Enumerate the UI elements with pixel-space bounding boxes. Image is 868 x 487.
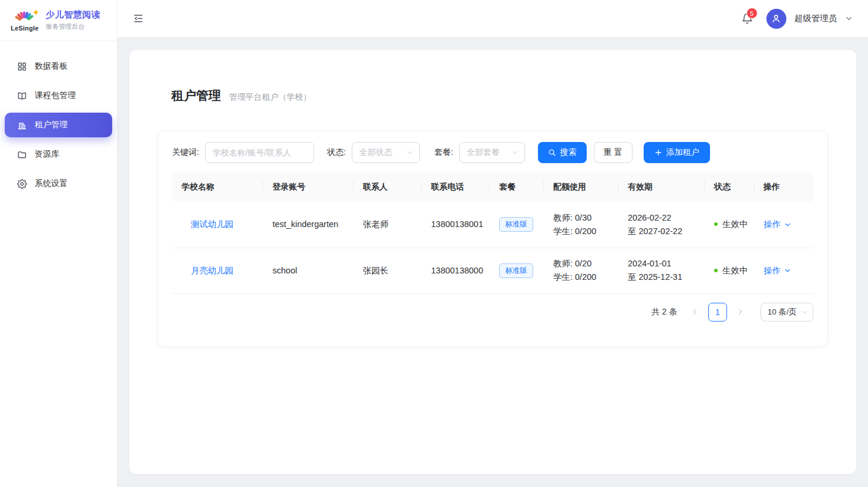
action-label: 操作 <box>763 264 780 278</box>
action-label: 操作 <box>763 218 780 231</box>
add-tenant-button[interactable]: 添加租户 <box>644 142 710 163</box>
plan-badge: 标准版 <box>499 217 533 232</box>
chevron-down-icon <box>512 149 519 156</box>
user-name[interactable]: 超级管理员 <box>795 13 837 24</box>
valid-from: 2024-01-01 <box>628 257 700 270</box>
sidebar-item-tenants[interactable]: 租户管理 <box>5 113 112 137</box>
brand-block: LeSingle 少儿智慧阅读 服务管理后台 <box>0 0 117 41</box>
table-row: 月亮幼儿园 school 张园长 13800138000 标准版 教师: 0/2… <box>172 248 813 293</box>
sidebar-item-label: 课程包管理 <box>35 90 76 101</box>
col-contact: 联系人 <box>354 173 422 202</box>
logo-fan-icon <box>9 9 40 25</box>
validity-cell: 2026-02-22 至 2027-02-22 <box>618 202 705 248</box>
add-tenant-button-label: 添加租户 <box>667 147 699 158</box>
page-size-select[interactable]: 10 条/页 <box>761 303 813 322</box>
dashboard-icon <box>17 62 27 72</box>
row-actions-dropdown[interactable]: 操作 <box>763 218 791 231</box>
col-account: 登录账号 <box>263 173 354 202</box>
pagination-total: 共 2 条 <box>651 307 677 317</box>
sidebar-item-label: 租户管理 <box>35 120 68 130</box>
notification-badge: 5 <box>746 8 758 19</box>
search-button-label: 搜索 <box>560 147 577 158</box>
tenant-panel: 关键词: 状态: 全部状态 套餐: 全部套餐 <box>157 131 828 347</box>
col-phone: 联系电话 <box>422 173 490 202</box>
next-page-button[interactable] <box>735 308 745 316</box>
page-size-value: 10 条/页 <box>768 307 797 317</box>
table-header-row: 学校名称 登录账号 联系人 联系电话 套餐 配额使用 有效期 状态 操作 <box>172 173 813 202</box>
page-title: 租户管理 <box>171 87 221 104</box>
valid-from: 2026-02-22 <box>628 211 700 225</box>
tenant-table: 学校名称 登录账号 联系人 联系电话 套餐 配额使用 有效期 状态 操作 <box>172 173 813 294</box>
status-badge: 生效中 <box>722 266 748 275</box>
menu-fold-icon <box>133 13 144 24</box>
col-plan: 套餐 <box>490 173 544 202</box>
gear-icon <box>17 179 27 189</box>
chevron-down-icon <box>406 149 413 156</box>
phone-cell: 13800138000 <box>422 248 490 293</box>
avatar[interactable] <box>766 9 786 29</box>
school-link[interactable]: 月亮幼儿园 <box>191 266 234 275</box>
sidebar-item-label: 系统设置 <box>35 178 68 189</box>
sidebar-item-course-packages[interactable]: 课程包管理 <box>5 83 112 108</box>
quota-student: 学生: 0/200 <box>553 225 614 238</box>
school-link[interactable]: 测试幼儿园 <box>191 219 234 229</box>
sidebar: LeSingle 少儿智慧阅读 服务管理后台 数据看板 课程包管理 <box>0 0 117 487</box>
account-cell: test_kindergarten <box>263 202 354 248</box>
col-validity: 有效期 <box>618 173 705 202</box>
quota-teacher: 教师: 0/20 <box>553 257 614 270</box>
keyword-label: 关键词: <box>172 147 199 158</box>
status-cell: 生效中 <box>705 248 754 293</box>
sidebar-collapse-button[interactable] <box>133 13 144 24</box>
quota-student: 学生: 0/200 <box>553 270 614 284</box>
chevron-down-icon <box>801 309 808 316</box>
building-icon <box>17 120 27 130</box>
plan-select-value: 全部套餐 <box>467 147 500 158</box>
content-area: 租户管理 管理平台租户（学校） 关键词: 状态: 全部状态 套餐: <box>117 38 868 486</box>
plan-badge: 标准版 <box>499 263 533 278</box>
search-button[interactable]: 搜索 <box>538 142 587 163</box>
sidebar-item-settings[interactable]: 系统设置 <box>5 171 112 196</box>
sidebar-item-dashboard[interactable]: 数据看板 <box>5 54 112 79</box>
status-dot <box>714 222 718 226</box>
plan-label: 套餐: <box>435 147 453 158</box>
valid-to: 至 2025-12-31 <box>628 270 700 284</box>
contact-cell: 张园长 <box>354 248 422 293</box>
plus-icon <box>654 148 662 157</box>
page-subtitle: 管理平台租户（学校） <box>229 92 311 103</box>
quota-teacher: 教师: 0/30 <box>553 211 614 225</box>
chevron-down-icon <box>784 267 791 274</box>
brand-subtitle: 服务管理后台 <box>46 22 100 31</box>
status-dot <box>714 269 718 272</box>
quota-cell: 教师: 0/20 学生: 0/200 <box>544 248 618 293</box>
sidebar-item-label: 资源库 <box>35 149 59 160</box>
keyword-input[interactable] <box>205 142 314 163</box>
chevron-right-icon <box>736 308 744 316</box>
chevron-down-icon <box>784 221 791 228</box>
page-number-button[interactable]: 1 <box>708 303 727 322</box>
col-action: 操作 <box>754 173 813 202</box>
notifications-button[interactable]: 5 <box>741 12 753 25</box>
lesingle-logo: LeSingle <box>9 9 40 32</box>
reset-button-label: 重 置 <box>604 147 623 158</box>
status-select-value: 全部状态 <box>359 147 392 158</box>
chevron-down-icon[interactable] <box>845 15 853 22</box>
status-select[interactable]: 全部状态 <box>352 142 420 163</box>
top-header: 5 超级管理员 <box>117 0 868 38</box>
filter-bar: 关键词: 状态: 全部状态 套餐: 全部套餐 <box>172 142 813 163</box>
table-row: 测试幼儿园 test_kindergarten 张老师 13800138001 … <box>172 202 813 248</box>
tenant-management-card: 租户管理 管理平台租户（学校） 关键词: 状态: 全部状态 套餐: <box>129 50 856 474</box>
account-cell: school <box>263 248 354 293</box>
valid-to: 至 2027-02-22 <box>628 225 700 238</box>
prev-page-button[interactable] <box>690 308 700 316</box>
col-school: 学校名称 <box>172 173 263 202</box>
logo-wordmark: LeSingle <box>11 25 38 32</box>
brand-title: 少儿智慧阅读 <box>46 9 100 21</box>
col-quota: 配额使用 <box>544 173 618 202</box>
pagination: 共 2 条 1 10 条/页 <box>172 303 813 346</box>
plan-select[interactable]: 全部套餐 <box>459 142 525 163</box>
phone-cell: 13800138001 <box>422 202 490 248</box>
reset-button[interactable]: 重 置 <box>594 142 633 163</box>
col-status: 状态 <box>705 173 754 202</box>
sidebar-item-resources[interactable]: 资源库 <box>5 142 112 167</box>
row-actions-dropdown[interactable]: 操作 <box>763 264 791 278</box>
